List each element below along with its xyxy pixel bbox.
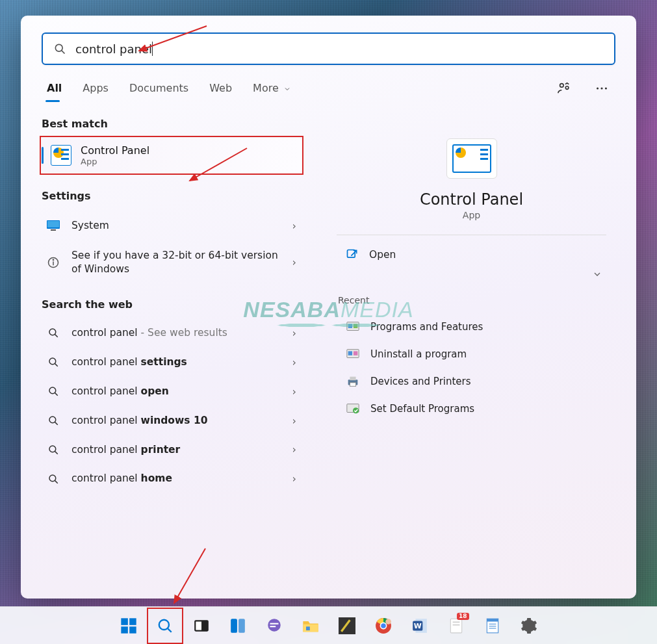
svg-rect-32: [354, 351, 357, 355]
taskbar-notepad[interactable]: [478, 611, 508, 641]
svg-line-14: [55, 335, 58, 337]
search-icon: [47, 444, 59, 456]
taskbar-word[interactable]: W: [405, 611, 435, 641]
web-result-prefix: control panel: [71, 444, 141, 456]
taskbar-task-view[interactable]: [187, 611, 216, 641]
control-panel-icon: [51, 145, 71, 166]
web-result-0[interactable]: control panel - See web results ›: [42, 318, 302, 348]
svg-rect-38: [121, 618, 128, 625]
section-search-web: Search the web: [42, 298, 302, 311]
web-result-prefix: control panel: [71, 472, 141, 484]
taskbar-widgets[interactable]: [223, 611, 253, 641]
svg-point-17: [49, 387, 56, 394]
taskbar-search[interactable]: [150, 611, 180, 641]
svg-rect-35: [350, 383, 355, 387]
web-result-prefix: control panel: [71, 327, 138, 339]
search-icon: [157, 617, 174, 634]
chevron-down-icon: [592, 269, 602, 279]
open-icon: [346, 248, 359, 261]
windows-icon: [120, 617, 138, 635]
taskbar: W 18: [0, 606, 657, 644]
uninstall-icon: [346, 347, 360, 361]
app-icon: [339, 617, 355, 634]
badge-count: 18: [457, 613, 469, 620]
recent-devices-printers[interactable]: Devices and Printers: [335, 368, 608, 395]
svg-point-4: [597, 87, 599, 89]
svg-point-37: [353, 407, 359, 413]
web-result-4[interactable]: control panel printer ›: [42, 435, 302, 465]
svg-rect-63: [452, 621, 459, 623]
tab-more[interactable]: More: [251, 78, 292, 101]
svg-rect-45: [196, 621, 201, 630]
svg-line-22: [55, 452, 58, 454]
web-result-prefix: control panel: [71, 415, 141, 426]
search-icon: [47, 473, 59, 485]
svg-rect-29: [354, 324, 357, 328]
chevron-right-icon: ›: [292, 256, 296, 268]
svg-point-48: [268, 619, 281, 632]
task-view-icon: [193, 617, 210, 634]
taskbar-chrome[interactable]: [368, 611, 398, 641]
result-control-panel[interactable]: Control Panel App: [42, 138, 302, 173]
svg-rect-51: [303, 624, 318, 632]
svg-rect-41: [129, 626, 136, 634]
svg-rect-68: [489, 626, 496, 626]
svg-rect-69: [489, 628, 496, 628]
web-result-5[interactable]: control panel home ›: [42, 464, 302, 493]
programs-icon: [346, 320, 360, 334]
recent-default-programs[interactable]: Set Default Programs: [335, 395, 608, 422]
web-result-2[interactable]: control panel open ›: [42, 377, 302, 406]
taskbar-chat[interactable]: [259, 611, 289, 641]
account-switch-icon[interactable]: [554, 79, 574, 101]
tab-documents[interactable]: Documents: [128, 78, 190, 101]
search-icon: [47, 415, 59, 426]
svg-point-19: [49, 417, 56, 423]
search-tabs: All Apps Documents Web More: [45, 78, 612, 101]
recent-label: Set Default Programs: [370, 403, 474, 415]
search-icon: [53, 42, 66, 55]
svg-line-20: [55, 422, 58, 425]
action-open[interactable]: Open: [335, 240, 608, 269]
expand-toggle[interactable]: [328, 269, 615, 279]
svg-text:W: W: [413, 622, 421, 630]
tab-all[interactable]: All: [45, 78, 63, 101]
result-title: Control Panel: [81, 144, 149, 157]
more-options-icon[interactable]: [592, 79, 612, 101]
recent-programs-features[interactable]: Programs and Features: [335, 313, 608, 341]
web-result-bold: home: [141, 472, 172, 484]
svg-point-23: [49, 475, 56, 482]
settings-system[interactable]: System ›: [42, 210, 302, 241]
tab-apps[interactable]: Apps: [81, 78, 110, 101]
result-subtitle: App: [81, 157, 149, 166]
tab-web[interactable]: Web: [208, 78, 233, 101]
taskbar-settings[interactable]: [514, 611, 544, 641]
settings-bit-version[interactable]: See if you have a 32-bit or 64-bit versi…: [42, 241, 302, 284]
chevron-right-icon: ›: [292, 385, 296, 398]
annotation-highlight: [40, 136, 303, 175]
taskbar-app-1[interactable]: [332, 611, 362, 641]
start-button[interactable]: [114, 611, 144, 641]
recent-label: Uninstall a program: [370, 348, 467, 360]
svg-line-24: [55, 481, 58, 483]
recent-label: Programs and Features: [370, 321, 483, 333]
chevron-right-icon: ›: [292, 327, 296, 339]
taskbar-explorer[interactable]: [296, 611, 326, 641]
widgets-icon: [229, 617, 246, 634]
svg-point-57: [381, 623, 386, 628]
svg-rect-47: [238, 619, 245, 633]
web-result-suffix: - See web results: [138, 327, 227, 339]
info-icon: [47, 256, 60, 269]
chevron-right-icon: ›: [292, 220, 296, 232]
web-result-3[interactable]: control panel windows 10 ›: [42, 406, 302, 435]
section-settings: Settings: [42, 190, 302, 202]
web-result-1[interactable]: control panel settings ›: [42, 348, 302, 377]
search-box[interactable]: control panel: [42, 32, 615, 65]
taskbar-app-2[interactable]: 18: [441, 611, 471, 641]
text-cursor: [152, 42, 153, 56]
web-result-bold: windows 10: [141, 415, 208, 426]
detail-header: Control Panel App: [328, 138, 615, 220]
svg-point-12: [53, 259, 53, 260]
recent-uninstall[interactable]: Uninstall a program: [335, 341, 608, 368]
svg-rect-52: [306, 626, 310, 630]
svg-rect-66: [487, 619, 498, 621]
